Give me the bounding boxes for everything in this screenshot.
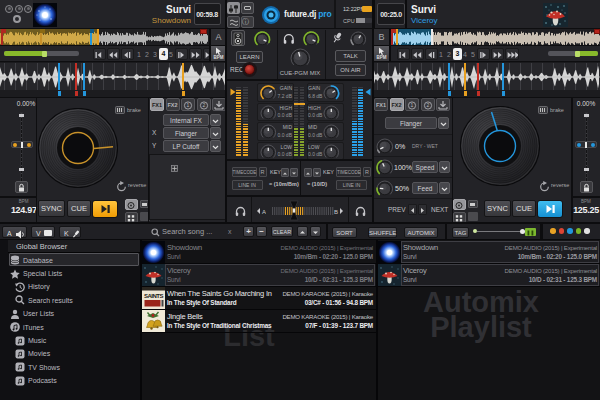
svg-text:A: A (262, 209, 266, 215)
svg-text:1: 1 (187, 102, 190, 108)
svg-text:2: 2 (426, 102, 429, 108)
svg-text:1: 1 (411, 102, 414, 108)
svg-text:2: 2 (202, 102, 205, 108)
svg-text:B: B (334, 209, 338, 215)
svg-text:SAINTS: SAINTS (144, 293, 164, 299)
